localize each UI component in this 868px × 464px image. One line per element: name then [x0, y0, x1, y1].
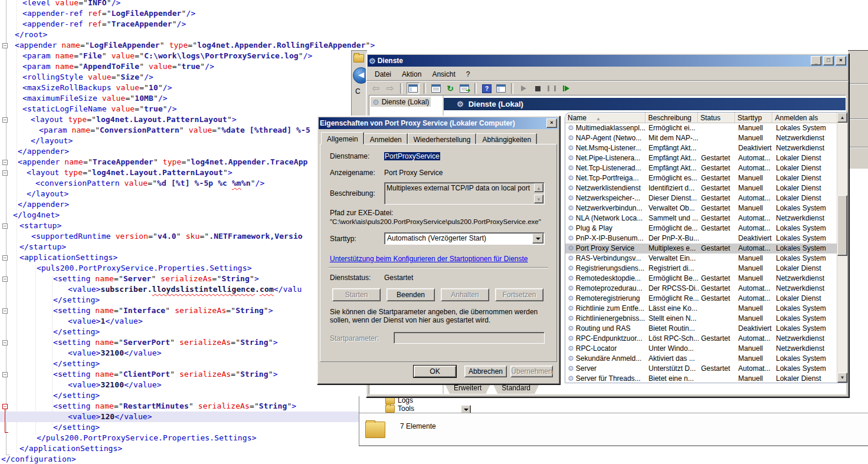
service-row[interactable]: ⚙Net.Tcp-Portfreiga...Ermöglicht es...Ge…: [565, 173, 837, 183]
fold-marker[interactable]: −: [2, 43, 8, 48]
export-list-icon[interactable]: ➔: [458, 83, 470, 94]
start-service-icon[interactable]: [517, 83, 529, 94]
dialog-close-icon[interactable]: ×: [546, 119, 557, 128]
abbrechen-button[interactable]: Abbrechen: [464, 366, 507, 377]
scroll-down-button[interactable]: ▼: [837, 373, 847, 383]
service-row[interactable]: ⚙Netzwerkverbindun...Verwaltet Ob...Gest…: [565, 203, 837, 213]
starttyp-combobox[interactable]: Automatisch (Verzögerter Start): [384, 232, 545, 245]
column-header-starttyp[interactable]: Starttyp: [735, 113, 773, 123]
startparameter-input[interactable]: [394, 332, 545, 344]
pfad-label: Pfad zur EXE-Datei:: [330, 209, 393, 217]
pause-service-icon[interactable]: [546, 83, 558, 94]
fold-marker[interactable]: −: [2, 340, 8, 345]
column-header-name[interactable]: Name▲: [565, 113, 646, 123]
service-row[interactable]: ⚙RPC-LocatorUnter Windo...ManuellNetzwer…: [565, 344, 837, 354]
service-row[interactable]: ⚙Sekundäre Anmeld...Aktiviert das ...Man…: [565, 354, 837, 364]
console-tree-toggle-icon[interactable]: [407, 83, 420, 94]
explorer-status-bar: 7 Elemente: [359, 413, 868, 445]
explorer-file-item[interactable]: Tools: [359, 404, 868, 413]
refresh-icon[interactable]: ↻: [444, 83, 456, 94]
explorer-file-list[interactable]: LogsTools: [359, 396, 868, 413]
service-row[interactable]: ⚙NLA (Network Loca...Sammelt und ...Gest…: [565, 213, 837, 223]
service-row[interactable]: ⚙Remoteprozedurau...Der RPCSS-Di...Gesta…: [565, 284, 837, 294]
service-row[interactable]: ⚙NAP-Agent (Netwo...Mit dem NAP-...Manue…: [565, 133, 837, 143]
service-row[interactable]: ⚙RAS-Verbindungsv...Verwaltet Ein...Manu…: [565, 254, 837, 264]
forward-icon[interactable]: ⇨: [384, 83, 396, 94]
fold-marker-modified[interactable]: −: [2, 404, 8, 409]
menu-?[interactable]: ?: [461, 70, 475, 79]
scrollbar-thumb[interactable]: [837, 195, 847, 256]
starten-button[interactable]: Starten: [332, 288, 381, 301]
fold-marker[interactable]: −: [2, 372, 8, 377]
dialog-tab-abhangigkeiten[interactable]: Abhängigkeiten: [476, 133, 537, 144]
pfad-value: "C:\work\ais\puls200.PortProxyService\pu…: [330, 218, 541, 225]
service-gear-icon: ⚙: [568, 195, 574, 202]
close-button[interactable]: ×: [836, 56, 846, 65]
back-icon[interactable]: ⇦: [370, 83, 382, 94]
ubernehmen-button[interactable]: Übernehmen: [510, 366, 553, 377]
service-gear-icon: ⚙: [568, 235, 574, 242]
beschreibung-label: Beschreibung:: [330, 189, 375, 198]
column-header-beschreibung[interactable]: Beschreibung: [646, 113, 698, 123]
service-row[interactable]: ⚙RemoteregistrierungErmöglicht Re...Gest…: [565, 294, 837, 304]
service-gear-icon: ⚙: [568, 225, 574, 232]
menu-aktion[interactable]: Aktion: [397, 70, 426, 79]
fortsetzen-button[interactable]: Fortsetzen: [495, 288, 543, 301]
dienstname-value[interactable]: PortProxyService: [384, 152, 440, 160]
combo-dropdown-icon[interactable]: [532, 233, 543, 243]
fold-marker[interactable]: −: [2, 117, 8, 123]
service-row[interactable]: ⚙Richtlinie zum Entfe...Lässt eine Ko...…: [565, 304, 837, 314]
new-window-icon[interactable]: [495, 83, 507, 94]
fold-marker[interactable]: −: [2, 255, 8, 261]
menu-datei[interactable]: Datei: [370, 70, 396, 79]
beschreibung-scrollbar[interactable]: ▲ ▼: [534, 183, 543, 203]
fold-marker[interactable]: −: [2, 308, 8, 314]
properties-icon[interactable]: [430, 83, 442, 94]
services-scrollbar[interactable]: ▲ ▼: [837, 113, 847, 383]
fold-marker[interactable]: −: [2, 160, 8, 165]
service-row[interactable]: ⚙Plug & PlayErmöglicht de...GestartetAut…: [565, 223, 837, 233]
service-row[interactable]: ⚙Registrierungsdiens...Registriert di...…: [565, 264, 837, 274]
menu-ansicht[interactable]: Ansicht: [427, 70, 460, 79]
service-row[interactable]: ⚙NetzwerklistendienstIdentifiziert d...G…: [565, 183, 837, 193]
ok-button[interactable]: OK: [414, 366, 456, 377]
service-row[interactable]: ⚙Remotedesktopdie...Ermöglicht Be...Gest…: [565, 274, 837, 284]
dialog-tab-allgemein[interactable]: Allgemein: [321, 132, 364, 144]
service-row[interactable]: ⚙Netzwerkspeicher-...Dieser Dienst...Ges…: [565, 193, 837, 203]
service-row[interactable]: ⚙PnP-X-IP-Busenum...Der PnP-X-Bu...Deakt…: [565, 233, 837, 243]
service-row[interactable]: ⚙Net.Msmq-Listener...Empfängt Akt...Deak…: [565, 143, 837, 153]
help-icon[interactable]: ?: [481, 83, 493, 94]
service-row[interactable]: ⚙Net.Pipe-Listenera...Empfängt Akt...Ges…: [565, 153, 837, 163]
anhalten-button[interactable]: Anhalten: [441, 288, 489, 301]
service-row[interactable]: ⚙Port Proxy ServiceMultiplexes e...Gesta…: [565, 243, 837, 254]
fold-marker[interactable]: −: [2, 223, 8, 229]
service-row[interactable]: ⚙Server für Threads...Bietet eine n...Ma…: [565, 374, 837, 383]
scroll-up-button[interactable]: ▲: [534, 183, 543, 192]
stop-service-icon[interactable]: [532, 83, 543, 94]
minimize-button[interactable]: _: [811, 56, 821, 65]
fold-marker[interactable]: −: [2, 277, 8, 282]
tree-item-dienste-lokal[interactable]: ⚙ Dienste (Lokal): [371, 97, 431, 107]
fold-marker[interactable]: −: [2, 170, 8, 176]
startoptions-help-link[interactable]: Unterstützung beim Konfigurieren der Sta…: [330, 255, 528, 263]
explorer-file-item[interactable]: Logs: [359, 396, 868, 404]
service-row[interactable]: ⚙RPC-Endpunktzuor...Löst RPC-Sch...Gesta…: [565, 334, 837, 344]
scroll-up-button[interactable]: ▲: [837, 113, 847, 123]
column-header-status[interactable]: Status: [698, 113, 735, 123]
maximize-button[interactable]: □: [823, 56, 834, 65]
service-row[interactable]: ⚙Richtlinienergebniss...Stellt einen N..…: [565, 314, 837, 324]
column-header-anmelden-als[interactable]: Anmelden als: [772, 113, 837, 123]
service-row[interactable]: ⚙Net.Tcp-Listenerad...Empfängt Akt...Ges…: [565, 163, 837, 173]
restart-service-icon[interactable]: [560, 83, 572, 94]
service-gear-icon: ⚙: [568, 164, 574, 172]
service-gear-icon: ⚙: [457, 100, 464, 108]
dialog-tab-anmelden[interactable]: Anmelden: [364, 133, 408, 144]
dialog-tab-wiederherstellung[interactable]: Wiederherstellung: [408, 133, 477, 144]
beenden-button[interactable]: Beenden: [386, 288, 435, 301]
service-row[interactable]: ⚙ServerUnterstützt D...GestartetAutomat.…: [565, 364, 837, 374]
service-row[interactable]: ⚙Multimediaklassenpl...Ermöglicht ei...M…: [565, 123, 837, 133]
service-row[interactable]: ⚙Routing und RASBietet Routin...Deaktivi…: [565, 324, 837, 334]
service-gear-icon: ⚙: [568, 175, 574, 182]
beschreibung-box[interactable]: Multiplexes external TCP/IP data on loca…: [384, 182, 545, 205]
scroll-down-button[interactable]: ▼: [534, 195, 543, 203]
